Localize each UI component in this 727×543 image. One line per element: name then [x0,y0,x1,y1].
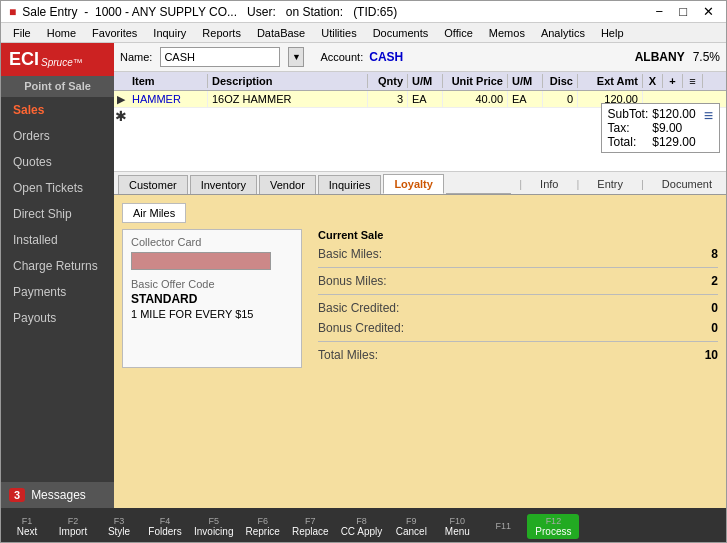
fkey-f1[interactable]: F1 Next [5,514,49,539]
tax-value: $9.00 [652,121,695,135]
summary-values: $120.00 $9.00 $129.00 [652,107,695,149]
menu-analytics[interactable]: Analytics [533,25,593,41]
sidebar-item-open-tickets[interactable]: Open Tickets [1,175,114,201]
sidebar-item-payouts[interactable]: Payouts [1,305,114,331]
basic-miles-value: 8 [711,247,718,261]
menu-documents[interactable]: Documents [365,25,437,41]
grid-header-x: X [643,74,663,88]
fkey-bar: F1 Next F2 Import F3 Style F4 Folders F5… [1,508,726,543]
messages-button[interactable]: 3 Messages [1,482,114,508]
tab-vendor[interactable]: Vendor [259,175,316,194]
fkey-f4[interactable]: F4 Folders [143,514,187,539]
basic-credited-row: Basic Credited: 0 [318,301,718,318]
menu-office[interactable]: Office [436,25,481,41]
summary-labels: SubTot: Tax: Total: [608,107,649,149]
fkey-f10[interactable]: F10 Menu [435,514,479,539]
row-um2: EA [508,91,543,107]
bonus-credited-row: Bonus Credited: 0 [318,321,718,342]
fkey-f6[interactable]: F6 Reprice [240,514,284,539]
row-indicator: ▶ [114,93,128,106]
basic-offer-desc: 1 MILE FOR EVERY $15 [131,308,293,320]
logo-text: ECI [9,49,39,70]
bonus-credited-value: 0 [711,321,718,335]
summary-menu-icon[interactable]: ≡ [704,107,713,149]
fkey-f3[interactable]: F3 Style [97,514,141,539]
menu-home[interactable]: Home [39,25,84,41]
tab-strip: Customer Inventory Vendor Inquiries Loya… [114,172,726,195]
fkey-f2-num: F2 [68,516,79,526]
menu-favorites[interactable]: Favorites [84,25,145,41]
fkey-f9[interactable]: F9 Cancel [389,514,433,539]
fkey-f10-num: F10 [450,516,466,526]
menu-database[interactable]: DataBase [249,25,313,41]
tab-loyalty[interactable]: Loyalty [383,174,444,194]
tab-info[interactable]: Info [530,175,568,193]
location-value: ALBANY [635,50,685,64]
title-bar-left: ■ Sale Entry - 1000 - ANY SUPPLY CO... U… [9,5,397,19]
menu-file[interactable]: File [5,25,39,41]
name-dropdown[interactable]: ▼ [288,47,304,67]
sidebar-item-direct-ship[interactable]: Direct Ship [1,201,114,227]
menu-reports[interactable]: Reports [194,25,249,41]
sidebar-item-orders[interactable]: Orders [1,123,114,149]
menu-utilities[interactable]: Utilities [313,25,364,41]
row-item[interactable]: HAMMER [128,91,208,107]
basic-offer-code-value: STANDARD [131,292,293,306]
fkey-f12-label: Process [535,526,571,537]
tab-sep-1: | [519,178,522,190]
close-button[interactable]: ✕ [699,4,718,19]
fkey-f5[interactable]: F5 Invoicing [189,514,238,539]
grid-header-menu: ≡ [683,74,703,88]
tab-inquiries[interactable]: Inquiries [318,175,382,194]
minimize-button[interactable]: − [652,4,668,19]
air-miles-tab[interactable]: Air Miles [122,203,186,223]
fkey-f8-label: CC Apply [341,526,383,537]
nav-section: Sales Orders Quotes Open Tickets Direct … [1,96,114,331]
fkey-f5-label: Invoicing [194,526,233,537]
grid-header-plus: + [663,74,683,88]
menu-memos[interactable]: Memos [481,25,533,41]
fkey-f9-num: F9 [406,516,417,526]
summary-box-inner: SubTot: Tax: Total: $120.00 $9.00 $129.0… [608,107,713,149]
sidebar-item-installed[interactable]: Installed [1,227,114,253]
fkey-f8[interactable]: F8 CC Apply [336,514,388,539]
grid-header-unit-price: Unit Price [443,74,508,88]
menu-help[interactable]: Help [593,25,632,41]
fkey-f7[interactable]: F7 Replace [287,514,334,539]
total-value: $129.00 [652,135,695,149]
row-unit-price[interactable]: 40.00 [443,91,508,107]
total-miles-value: 10 [705,348,718,362]
fkey-f3-label: Style [108,526,130,537]
row-disc[interactable]: 0 [543,91,578,107]
sidebar-item-sales[interactable]: Sales [1,97,114,123]
fkey-f2[interactable]: F2 Import [51,514,95,539]
row-desc: 16OZ HAMMER [208,91,368,107]
maximize-button[interactable]: □ [675,4,691,19]
loyalty-panel: Air Miles Collector Card Basic Offer Cod… [114,195,726,508]
fkey-f11[interactable]: F11 [481,519,525,533]
sidebar-item-payments[interactable]: Payments [1,279,114,305]
subtot-label: SubTot: [608,107,649,121]
fkey-f3-num: F3 [114,516,125,526]
sidebar-item-quotes[interactable]: Quotes [1,149,114,175]
tab-customer[interactable]: Customer [118,175,188,194]
name-input[interactable] [160,47,280,67]
collector-card-input[interactable] [131,252,271,270]
row-qty[interactable]: 3 [368,91,408,107]
sidebar-item-charge-returns[interactable]: Charge Returns [1,253,114,279]
grid-header-ext: Ext Amt [578,74,643,88]
bonus-miles-value: 2 [711,274,718,288]
grid-header-um2: U/M [508,74,543,88]
fkey-f12[interactable]: F12 Process [527,514,579,539]
tab-entry[interactable]: Entry [587,175,633,193]
messages-badge: 3 [9,488,25,502]
account-label: Account: [320,51,363,63]
menu-inquiry[interactable]: Inquiry [145,25,194,41]
grid-header-desc: Description [208,74,368,88]
tax-rate: 7.5% [693,50,720,64]
tab-sep-3: | [641,178,644,190]
bonus-miles-row: Bonus Miles: 2 [318,274,718,295]
basic-miles-row: Basic Miles: 8 [318,247,718,268]
tab-document[interactable]: Document [652,175,722,193]
tab-inventory[interactable]: Inventory [190,175,257,194]
